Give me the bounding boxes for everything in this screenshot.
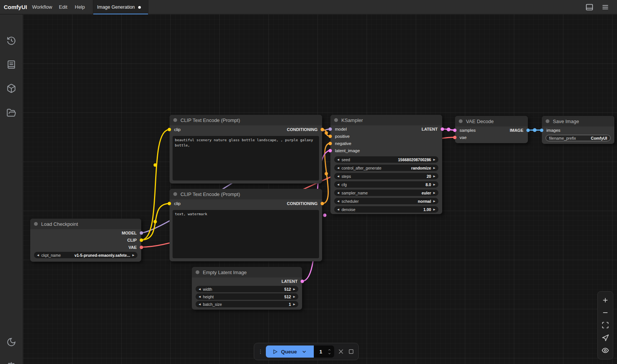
menu-help[interactable]: Help <box>75 0 85 14</box>
node-load-checkpoint[interactable]: Load Checkpoint MODEL CLIP VAE ◀ ckpt_na… <box>30 219 141 262</box>
batch-count-field[interactable]: 1 <box>314 345 335 358</box>
model-library-icon[interactable] <box>6 83 16 93</box>
vae-input-dot[interactable] <box>453 136 457 139</box>
increment-arrow-icon[interactable]: ▶ <box>433 183 435 186</box>
tab-image-generation[interactable]: Image Generation <box>93 0 148 14</box>
increment-arrow-icon[interactable]: ▶ <box>293 295 295 298</box>
node-library-icon[interactable] <box>6 60 16 69</box>
negative-input-dot[interactable] <box>329 142 332 145</box>
latent-output-dot[interactable] <box>301 279 304 283</box>
clip-input-dot[interactable] <box>168 128 171 131</box>
latent-image-input-dot[interactable] <box>329 149 332 152</box>
decrement-arrow-icon[interactable]: ◀ <box>37 254 39 257</box>
image-output-dot[interactable] <box>526 128 530 132</box>
theme-toggle-moon-icon[interactable] <box>6 337 16 347</box>
prompt-textarea[interactable]: beautiful scenery nature glass bottle la… <box>173 136 319 180</box>
positive-input-dot[interactable] <box>329 134 332 138</box>
decrement-arrow-icon[interactable]: ◀ <box>337 191 339 194</box>
menu-workflow[interactable]: Workflow <box>32 0 52 14</box>
node-empty-latent-image[interactable]: Empty Latent Image LATENT ◀ width 512 ▶ … <box>192 267 302 310</box>
stop-square-icon[interactable] <box>348 348 355 355</box>
increment-arrow-icon[interactable]: ▶ <box>293 288 295 291</box>
node-header[interactable]: KSampler <box>330 115 442 125</box>
widget-batch-size[interactable]: ◀ batch_size 1 ▶ <box>196 301 298 307</box>
decrement-arrow-icon[interactable]: ◀ <box>199 303 201 306</box>
decrement-arrow-icon[interactable]: ◀ <box>199 288 201 291</box>
collapse-dot[interactable] <box>546 119 549 123</box>
drag-handle-icon[interactable]: ⋮ <box>258 349 262 355</box>
select-mode-cursor-icon[interactable] <box>602 334 609 342</box>
widget-steps[interactable]: ◀ steps 20 ▶ <box>334 173 438 179</box>
toggle-bottom-panel-icon[interactable] <box>585 3 594 11</box>
widget-scheduler[interactable]: ◀ scheduler normal ▶ <box>334 198 438 204</box>
count-decrement-icon[interactable] <box>327 352 332 355</box>
widget-width[interactable]: ◀ width 512 ▶ <box>196 286 298 292</box>
widget-filename-prefix[interactable]: filename_prefix ComfyUI <box>546 135 611 141</box>
decrement-arrow-icon[interactable]: ◀ <box>199 295 201 298</box>
widget-sampler-name[interactable]: ◀ sampler_name euler ▶ <box>334 190 438 196</box>
node-header[interactable]: Empty Latent Image <box>192 267 302 278</box>
decrement-arrow-icon[interactable]: ◀ <box>337 175 339 178</box>
increment-arrow-icon[interactable]: ▶ <box>133 254 134 257</box>
decrement-arrow-icon[interactable]: ◀ <box>337 167 339 170</box>
node-clip-text-encode-positive[interactable]: CLIP Text Encode (Prompt) clip CONDITION… <box>170 115 322 184</box>
conditioning-output-dot[interactable] <box>321 128 324 131</box>
widget-height[interactable]: ◀ height 512 ▶ <box>196 293 298 300</box>
node-header[interactable]: CLIP Text Encode (Prompt) <box>170 115 322 125</box>
collapse-dot[interactable] <box>459 119 463 123</box>
queue-button[interactable]: Queue <box>266 345 314 358</box>
node-save-image[interactable]: Save Image images filename_prefix ComfyU… <box>542 116 614 144</box>
decrement-arrow-icon[interactable]: ◀ <box>337 183 339 186</box>
vae-output-dot[interactable] <box>140 245 143 249</box>
node-ksampler[interactable]: KSampler model LATENT positive negative … <box>330 115 442 214</box>
increment-arrow-icon[interactable]: ▶ <box>433 167 435 170</box>
latent-output-dot[interactable] <box>441 127 444 131</box>
queue-options-chevron-icon[interactable] <box>301 349 307 355</box>
prompt-textarea[interactable]: text, watermark <box>173 210 319 258</box>
increment-arrow-icon[interactable]: ▶ <box>293 303 295 306</box>
increment-arrow-icon[interactable]: ▶ <box>433 175 435 178</box>
clear-queue-x-icon[interactable] <box>338 348 344 355</box>
model-input-dot[interactable] <box>329 127 332 131</box>
increment-arrow-icon[interactable]: ▶ <box>433 191 435 194</box>
decrement-arrow-icon[interactable]: ◀ <box>337 158 339 161</box>
widget-ckpt-name[interactable]: ◀ ckpt_name v1-5-pruned-emaonly.safete..… <box>34 252 137 258</box>
node-header[interactable]: VAE Decode <box>455 116 528 126</box>
zoom-in-icon[interactable] <box>602 296 609 304</box>
count-increment-icon[interactable] <box>327 348 332 352</box>
conditioning-output-dot[interactable] <box>321 202 324 205</box>
increment-arrow-icon[interactable]: ▶ <box>433 200 435 203</box>
fit-view-icon[interactable] <box>602 321 609 329</box>
input-label: clip <box>174 201 180 206</box>
images-input-dot[interactable] <box>540 128 543 132</box>
collapse-dot[interactable] <box>34 222 38 226</box>
toggle-link-visibility-eye-icon[interactable] <box>602 347 609 354</box>
node-header[interactable]: Load Checkpoint <box>30 219 141 229</box>
collapse-dot[interactable] <box>196 270 199 274</box>
samples-input-dot[interactable] <box>453 128 457 132</box>
node-clip-text-encode-negative[interactable]: CLIP Text Encode (Prompt) clip CONDITION… <box>170 189 322 261</box>
decrement-arrow-icon[interactable]: ◀ <box>337 200 339 203</box>
history-icon[interactable] <box>6 36 16 46</box>
collapse-dot[interactable] <box>173 192 177 196</box>
node-header[interactable]: CLIP Text Encode (Prompt) <box>170 189 322 199</box>
collapse-dot[interactable] <box>173 118 177 122</box>
node-vae-decode[interactable]: VAE Decode samples IMAGE vae <box>455 116 528 143</box>
zoom-out-icon[interactable] <box>602 309 609 316</box>
widget-denoise[interactable]: ◀ denoise 1.00 ▶ <box>334 206 438 213</box>
node-header[interactable]: Save Image <box>542 116 614 126</box>
clip-output-dot[interactable] <box>140 238 143 242</box>
increment-arrow-icon[interactable]: ▶ <box>433 158 435 161</box>
settings-gear-icon[interactable] <box>6 362 16 364</box>
workflows-folder-icon[interactable] <box>6 108 16 118</box>
hamburger-menu-icon[interactable] <box>601 3 609 11</box>
increment-arrow-icon[interactable]: ▶ <box>433 208 435 211</box>
widget-seed[interactable]: ◀ seed 156680208700286 ▶ <box>334 156 438 163</box>
widget-cfg[interactable]: ◀ cfg 8.0 ▶ <box>334 181 438 188</box>
model-output-dot[interactable] <box>140 231 143 234</box>
widget-control-after-generate[interactable]: ◀ control_after_generate randomize ▶ <box>334 165 438 171</box>
decrement-arrow-icon[interactable]: ◀ <box>337 208 339 211</box>
clip-input-dot[interactable] <box>168 202 171 205</box>
menu-edit[interactable]: Edit <box>59 0 67 14</box>
collapse-dot[interactable] <box>334 118 338 122</box>
